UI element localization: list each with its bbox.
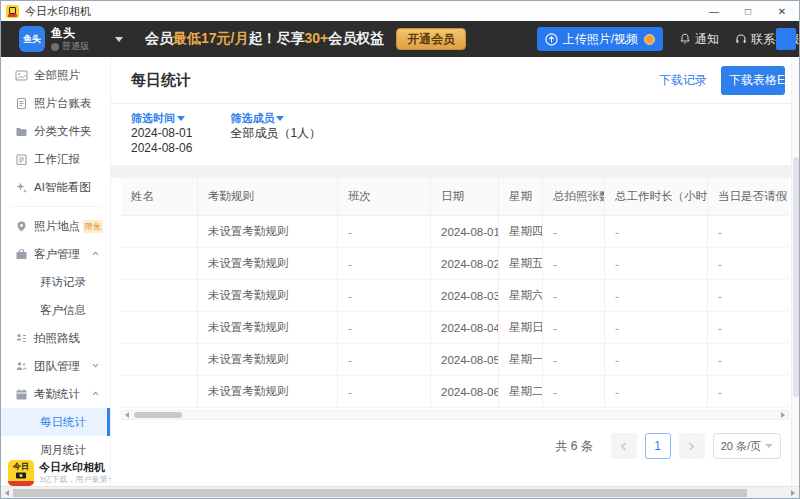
free-trial-badge: 限免 (83, 220, 103, 233)
top-banner: 鱼头 鱼头 普通版 会员最低17元/月起！尽享30+会员权益 开通会员 上传照片… (1, 21, 799, 57)
vertical-scrollbar[interactable] (791, 57, 799, 499)
headset-icon (735, 33, 747, 45)
sidebar-item-customer-management[interactable]: 客户管理 (1, 240, 110, 268)
scroll-left-icon[interactable] (1, 487, 13, 499)
table-row: 未设置考勤规则 - 2024-08-06 星期二 - - - (121, 376, 789, 408)
table-header-row: 姓名 考勤规则 班次 日期 星期 总拍照张数 总工作时长（小时） 当日是否请假 (121, 178, 789, 216)
minimize-button[interactable]: — (697, 1, 731, 21)
scrollbar-thumb[interactable] (793, 157, 799, 397)
table-row: 未设置考勤规则 - 2024-08-01 星期四 - - - (121, 216, 789, 248)
scroll-right-icon[interactable] (778, 411, 788, 419)
page-number[interactable]: 1 (645, 433, 671, 459)
main-content: 每日统计 下载记录 下载表格Excel 筛选时间 2024-08-01 2024… (111, 57, 799, 499)
filter-member-value: 全部成员（1人） (230, 126, 321, 141)
chevron-right-icon (688, 442, 695, 451)
col-shift: 班次 (338, 178, 431, 216)
scroll-right-icon[interactable] (787, 487, 799, 499)
window-title: 今日水印相机 (25, 4, 91, 19)
plan-badge: 普通版 (51, 42, 89, 51)
section-divider (111, 165, 799, 178)
page-size-select[interactable]: 20 条/页 (713, 433, 781, 459)
table-row: 未设置考勤规则 - 2024-08-05 星期一 - - - (121, 344, 789, 376)
upload-icon (545, 33, 558, 46)
vip-promo-text: 会员最低17元/月起！尽享30+会员权益 (145, 30, 384, 48)
caret-down-icon (177, 116, 185, 121)
sidebar-divider (11, 206, 100, 207)
sidebar-item-customer-info[interactable]: 客户信息 (1, 296, 110, 324)
titlebar: 今日水印相机 — □ ✕ (1, 1, 799, 21)
user-menu[interactable]: 鱼头 普通版 (51, 27, 89, 51)
col-weekday: 星期 (499, 178, 543, 216)
col-photo-count: 总拍照张数 (543, 178, 605, 216)
vip-coin-icon (644, 34, 655, 45)
sidebar-item-visit-records[interactable]: 拜访记录 (1, 268, 110, 296)
window-horizontal-scrollbar[interactable] (1, 486, 799, 498)
chevron-down-icon (92, 363, 99, 368)
brand-logo-icon: 今日 (8, 460, 34, 486)
sidebar-item-photo-location[interactable]: 照片地点 限免 (1, 212, 110, 240)
sidebar-item-photo-route[interactable]: 拍照路线 (1, 324, 110, 352)
scroll-left-icon[interactable] (122, 411, 132, 419)
sidebar-item-photo-ledger[interactable]: 照片台账表 (1, 89, 110, 117)
calendar-icon (15, 388, 28, 401)
location-pin-icon (15, 220, 28, 233)
caret-down-icon (276, 116, 284, 121)
prev-page-button[interactable] (611, 433, 637, 459)
team-icon (15, 360, 28, 373)
photos-icon (15, 69, 28, 82)
scrollbar-thumb[interactable] (134, 412, 182, 418)
username: 鱼头 (51, 27, 89, 39)
briefcase-icon (15, 248, 28, 261)
chevron-up-icon (92, 251, 99, 256)
sidebar-item-all-photos[interactable]: 全部照片 (1, 61, 110, 89)
bell-icon (679, 33, 691, 45)
next-page-button[interactable] (679, 433, 705, 459)
route-icon (15, 332, 28, 345)
col-name: 姓名 (121, 178, 198, 216)
filter-time-to: 2024-08-06 (131, 141, 192, 156)
app-window: 今日水印相机 — □ ✕ 鱼头 鱼头 普通版 会员最低17元/月起！尽享30+会… (0, 0, 800, 499)
col-date: 日期 (431, 178, 499, 216)
scrollbar-thumb[interactable] (13, 489, 747, 497)
download-excel-button[interactable]: 下载表格Excel (721, 66, 785, 95)
sidebar-item-attendance-stats[interactable]: 考勤统计 (1, 380, 110, 408)
filter-time: 筛选时间 2024-08-01 2024-08-06 (131, 111, 192, 156)
table-row: 未设置考勤规则 - 2024-08-04 星期日 - - - (121, 312, 789, 344)
sidebar-item-team-management[interactable]: 团队管理 (1, 352, 110, 380)
ledger-icon (15, 97, 28, 110)
table-horizontal-scrollbar[interactable] (121, 410, 789, 420)
filter-time-dropdown[interactable]: 筛选时间 (131, 111, 192, 126)
table-row: 未设置考勤规则 - 2024-08-03 星期六 - - - (121, 280, 789, 312)
ai-sparkle-icon (15, 181, 28, 194)
daily-stats-table: 姓名 考勤规则 班次 日期 星期 总拍照张数 总工作时长（小时） 当日是否请假 … (121, 178, 789, 408)
col-leave: 当日是否请假 (708, 178, 789, 216)
app-logo-icon (6, 5, 19, 18)
close-button[interactable]: ✕ (765, 1, 799, 21)
maximize-button[interactable]: □ (731, 1, 765, 21)
sidebar: 全部照片 照片台账表 分类文件夹 工作汇报 AI智能看图 (1, 57, 111, 499)
edge-button-partial[interactable] (776, 28, 796, 50)
folder-icon (15, 125, 28, 138)
total-count: 共 6 条 (555, 438, 592, 455)
table-row: 未设置考勤规则 - 2024-08-02 星期五 - - - (121, 248, 789, 280)
download-records-link[interactable]: 下载记录 (659, 72, 707, 89)
sidebar-footer-brand: 今日 今日水印相机 3亿下载，用户量第一… (1, 460, 110, 486)
chevron-left-icon (620, 442, 627, 451)
col-attendance-rule: 考勤规则 (198, 178, 338, 216)
upload-button[interactable]: 上传照片/视频 (537, 27, 663, 51)
sidebar-item-folders[interactable]: 分类文件夹 (1, 117, 110, 145)
sidebar-item-work-report[interactable]: 工作汇报 (1, 145, 110, 173)
sidebar-item-ai-view[interactable]: AI智能看图 (1, 173, 110, 201)
avatar[interactable]: 鱼头 (19, 26, 45, 52)
sidebar-item-daily-stats[interactable]: 每日统计 (1, 408, 110, 436)
report-icon (15, 153, 28, 166)
filter-member-dropdown[interactable]: 筛选成员 (230, 111, 321, 126)
chevron-up-icon (92, 391, 99, 396)
open-vip-button[interactable]: 开通会员 (396, 28, 466, 50)
chevron-down-icon[interactable] (115, 37, 123, 42)
pagination: 共 6 条 1 20 条/页 (111, 433, 799, 459)
filter-time-from: 2024-08-01 (131, 126, 192, 141)
caret-down-icon (765, 444, 773, 448)
notifications-button[interactable]: 通知 (679, 31, 719, 48)
page-title: 每日统计 (131, 71, 191, 90)
